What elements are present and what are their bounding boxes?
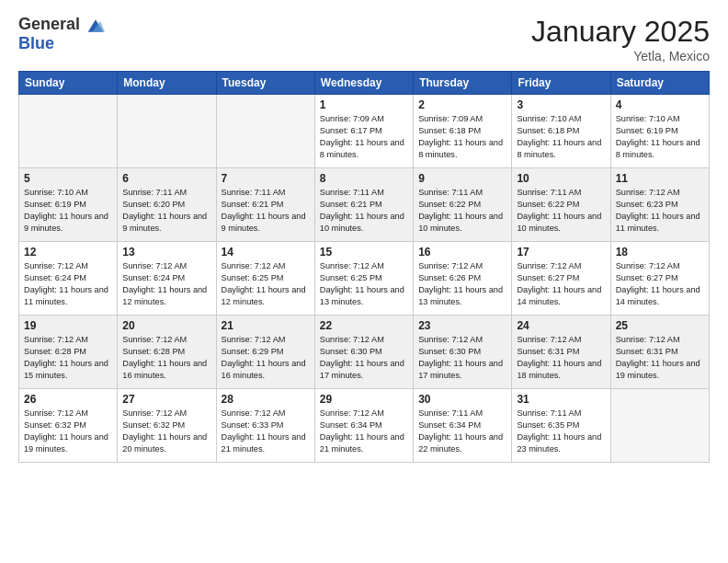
logo: General Blue xyxy=(18,15,105,53)
calendar-day-cell xyxy=(19,95,118,168)
calendar-week-row: 26Sunrise: 7:12 AMSunset: 6:32 PMDayligh… xyxy=(19,389,710,463)
day-info: Sunrise: 7:10 AMSunset: 6:18 PMDaylight:… xyxy=(517,113,605,161)
day-info: Sunrise: 7:11 AMSunset: 6:21 PMDaylight:… xyxy=(320,187,408,235)
day-info: Sunrise: 7:12 AMSunset: 6:31 PMDaylight:… xyxy=(616,334,704,382)
calendar-day-cell: 27Sunrise: 7:12 AMSunset: 6:32 PMDayligh… xyxy=(118,389,216,463)
day-number: 28 xyxy=(222,393,310,406)
day-info: Sunrise: 7:12 AMSunset: 6:34 PMDaylight:… xyxy=(320,408,408,455)
calendar-day-cell: 19Sunrise: 7:12 AMSunset: 6:28 PMDayligh… xyxy=(19,316,118,389)
day-info: Sunrise: 7:12 AMSunset: 6:29 PMDaylight:… xyxy=(222,334,310,382)
day-number: 16 xyxy=(418,246,506,259)
day-number: 31 xyxy=(517,393,605,406)
day-info: Sunrise: 7:12 AMSunset: 6:32 PMDaylight:… xyxy=(24,408,112,455)
weekday-header-saturday: Saturday xyxy=(610,72,709,95)
calendar-day-cell xyxy=(118,95,216,168)
calendar-day-cell: 9Sunrise: 7:11 AMSunset: 6:22 PMDaylight… xyxy=(414,168,512,242)
calendar-week-row: 5Sunrise: 7:10 AMSunset: 6:19 PMDaylight… xyxy=(19,168,710,242)
logo-blue: Blue xyxy=(18,34,54,52)
day-number: 2 xyxy=(418,98,506,111)
day-info: Sunrise: 7:12 AMSunset: 6:27 PMDaylight:… xyxy=(517,260,605,308)
calendar-day-cell: 21Sunrise: 7:12 AMSunset: 6:29 PMDayligh… xyxy=(216,316,314,389)
day-info: Sunrise: 7:09 AMSunset: 6:17 PMDaylight:… xyxy=(320,113,408,161)
day-number: 30 xyxy=(418,393,506,406)
day-info: Sunrise: 7:09 AMSunset: 6:18 PMDaylight:… xyxy=(418,113,506,161)
day-number: 22 xyxy=(320,319,408,332)
day-number: 20 xyxy=(122,319,210,332)
weekday-header-row: SundayMondayTuesdayWednesdayThursdayFrid… xyxy=(19,72,710,95)
calendar-day-cell: 3Sunrise: 7:10 AMSunset: 6:18 PMDaylight… xyxy=(512,95,610,168)
calendar-day-cell: 25Sunrise: 7:12 AMSunset: 6:31 PMDayligh… xyxy=(610,316,709,389)
day-info: Sunrise: 7:12 AMSunset: 6:31 PMDaylight:… xyxy=(517,334,605,382)
calendar-day-cell: 13Sunrise: 7:12 AMSunset: 6:24 PMDayligh… xyxy=(118,242,216,316)
calendar-day-cell: 16Sunrise: 7:12 AMSunset: 6:26 PMDayligh… xyxy=(414,242,512,316)
calendar-table: SundayMondayTuesdayWednesdayThursdayFrid… xyxy=(18,71,710,463)
day-number: 7 xyxy=(222,172,310,185)
logo-general: General xyxy=(18,15,80,33)
day-number: 4 xyxy=(616,98,704,111)
calendar-day-cell: 20Sunrise: 7:12 AMSunset: 6:28 PMDayligh… xyxy=(118,316,216,389)
day-info: Sunrise: 7:11 AMSunset: 6:34 PMDaylight:… xyxy=(418,408,506,455)
day-info: Sunrise: 7:11 AMSunset: 6:21 PMDaylight:… xyxy=(222,187,310,235)
day-number: 24 xyxy=(517,319,605,332)
weekday-header-thursday: Thursday xyxy=(414,72,512,95)
day-number: 10 xyxy=(517,172,605,185)
weekday-header-sunday: Sunday xyxy=(19,72,118,95)
day-info: Sunrise: 7:12 AMSunset: 6:30 PMDaylight:… xyxy=(418,334,506,382)
calendar-day-cell: 31Sunrise: 7:11 AMSunset: 6:35 PMDayligh… xyxy=(512,389,610,463)
calendar-day-cell: 8Sunrise: 7:11 AMSunset: 6:21 PMDaylight… xyxy=(314,168,413,242)
calendar-day-cell: 1Sunrise: 7:09 AMSunset: 6:17 PMDaylight… xyxy=(314,95,413,168)
calendar-day-cell: 24Sunrise: 7:12 AMSunset: 6:31 PMDayligh… xyxy=(512,316,610,389)
calendar-day-cell: 4Sunrise: 7:10 AMSunset: 6:19 PMDaylight… xyxy=(610,95,709,168)
weekday-header-monday: Monday xyxy=(118,72,216,95)
day-info: Sunrise: 7:12 AMSunset: 6:24 PMDaylight:… xyxy=(24,260,112,308)
day-info: Sunrise: 7:12 AMSunset: 6:23 PMDaylight:… xyxy=(616,187,704,235)
day-number: 6 xyxy=(122,172,210,185)
day-number: 12 xyxy=(24,246,112,259)
calendar-day-cell xyxy=(610,389,709,463)
day-info: Sunrise: 7:12 AMSunset: 6:28 PMDaylight:… xyxy=(24,334,112,382)
logo-icon xyxy=(86,17,105,34)
day-number: 13 xyxy=(122,246,210,259)
calendar-day-cell: 5Sunrise: 7:10 AMSunset: 6:19 PMDaylight… xyxy=(19,168,118,242)
calendar-week-row: 1Sunrise: 7:09 AMSunset: 6:17 PMDaylight… xyxy=(19,95,710,168)
day-number: 15 xyxy=(320,246,408,259)
calendar-day-cell: 29Sunrise: 7:12 AMSunset: 6:34 PMDayligh… xyxy=(314,389,413,463)
calendar-day-cell: 30Sunrise: 7:11 AMSunset: 6:34 PMDayligh… xyxy=(414,389,512,463)
day-number: 23 xyxy=(418,319,506,332)
day-info: Sunrise: 7:11 AMSunset: 6:22 PMDaylight:… xyxy=(418,187,506,235)
day-number: 18 xyxy=(616,246,704,259)
calendar-day-cell: 10Sunrise: 7:11 AMSunset: 6:22 PMDayligh… xyxy=(512,168,610,242)
calendar-day-cell: 11Sunrise: 7:12 AMSunset: 6:23 PMDayligh… xyxy=(610,168,709,242)
day-number: 29 xyxy=(320,393,408,406)
calendar-day-cell: 15Sunrise: 7:12 AMSunset: 6:25 PMDayligh… xyxy=(314,242,413,316)
calendar-day-cell: 17Sunrise: 7:12 AMSunset: 6:27 PMDayligh… xyxy=(512,242,610,316)
weekday-header-tuesday: Tuesday xyxy=(216,72,314,95)
day-info: Sunrise: 7:10 AMSunset: 6:19 PMDaylight:… xyxy=(24,187,112,235)
calendar-day-cell: 12Sunrise: 7:12 AMSunset: 6:24 PMDayligh… xyxy=(19,242,118,316)
day-number: 25 xyxy=(616,319,704,332)
day-info: Sunrise: 7:12 AMSunset: 6:24 PMDaylight:… xyxy=(122,260,210,308)
calendar-day-cell: 14Sunrise: 7:12 AMSunset: 6:25 PMDayligh… xyxy=(216,242,314,316)
calendar-week-row: 12Sunrise: 7:12 AMSunset: 6:24 PMDayligh… xyxy=(19,242,710,316)
day-number: 27 xyxy=(122,393,210,406)
day-number: 5 xyxy=(24,172,112,185)
day-number: 9 xyxy=(418,172,506,185)
day-info: Sunrise: 7:12 AMSunset: 6:25 PMDaylight:… xyxy=(222,260,310,308)
logo-text: General Blue xyxy=(18,15,105,53)
calendar-day-cell: 22Sunrise: 7:12 AMSunset: 6:30 PMDayligh… xyxy=(314,316,413,389)
day-info: Sunrise: 7:12 AMSunset: 6:27 PMDaylight:… xyxy=(616,260,704,308)
day-number: 21 xyxy=(222,319,310,332)
calendar-day-cell: 28Sunrise: 7:12 AMSunset: 6:33 PMDayligh… xyxy=(216,389,314,463)
day-number: 26 xyxy=(24,393,112,406)
day-number: 8 xyxy=(320,172,408,185)
day-number: 11 xyxy=(616,172,704,185)
calendar-week-row: 19Sunrise: 7:12 AMSunset: 6:28 PMDayligh… xyxy=(19,316,710,389)
title-section: January 2025 Yetla, Mexico xyxy=(531,15,710,63)
weekday-header-friday: Friday xyxy=(512,72,610,95)
day-number: 1 xyxy=(320,98,408,111)
calendar-day-cell: 7Sunrise: 7:11 AMSunset: 6:21 PMDaylight… xyxy=(216,168,314,242)
page-header: General Blue January 2025 Yetla, Mexico xyxy=(18,15,710,63)
day-info: Sunrise: 7:11 AMSunset: 6:35 PMDaylight:… xyxy=(517,408,605,455)
calendar-day-cell: 6Sunrise: 7:11 AMSunset: 6:20 PMDaylight… xyxy=(118,168,216,242)
day-info: Sunrise: 7:12 AMSunset: 6:28 PMDaylight:… xyxy=(122,334,210,382)
